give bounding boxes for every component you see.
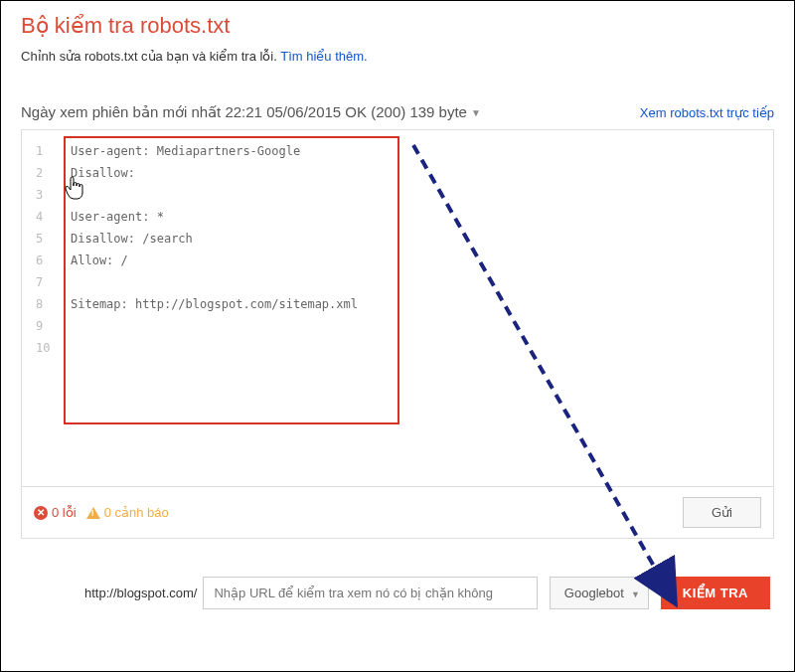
test-button[interactable]: KIỂM TRA (661, 577, 770, 609)
warning-icon (86, 507, 100, 519)
chevron-down-icon: ▼ (631, 589, 640, 599)
line-number-gutter: 1 2 3 4 5 6 7 8 9 10 (22, 140, 58, 476)
page-title: Bộ kiểm tra robots.txt (21, 13, 774, 39)
bot-select[interactable]: Googlebot ▼ (550, 577, 649, 609)
subtitle-text: Chỉnh sửa robots.txt của bạn và kiểm tra… (21, 49, 280, 64)
warning-count: 0 cảnh báo (86, 505, 169, 520)
error-count: ✕ 0 lỗi (34, 505, 77, 520)
version-dropdown[interactable]: Ngày xem phiên bản mới nhất 22:21 05/06/… (21, 103, 481, 121)
code-text[interactable]: User-agent: Mediapartners-Google Disallo… (58, 140, 358, 476)
submit-button[interactable]: Gửi (683, 497, 761, 528)
page-subtitle: Chỉnh sửa robots.txt của bạn và kiểm tra… (21, 49, 774, 64)
learn-more-link[interactable]: Tìm hiểu thêm. (280, 49, 367, 64)
version-label: Ngày xem phiên bản mới nhất 22:21 05/06/… (21, 103, 467, 121)
robots-editor[interactable]: 1 2 3 4 5 6 7 8 9 10 User-agent: Mediapa… (21, 129, 774, 487)
view-live-link[interactable]: Xem robots.txt trực tiếp (640, 105, 774, 120)
url-input[interactable] (203, 577, 537, 609)
bot-selected-label: Googlebot (564, 586, 624, 600)
chevron-down-icon: ▼ (471, 107, 481, 118)
error-icon: ✕ (34, 506, 48, 520)
url-prefix-label: http://blogspot.com/ (25, 577, 203, 609)
